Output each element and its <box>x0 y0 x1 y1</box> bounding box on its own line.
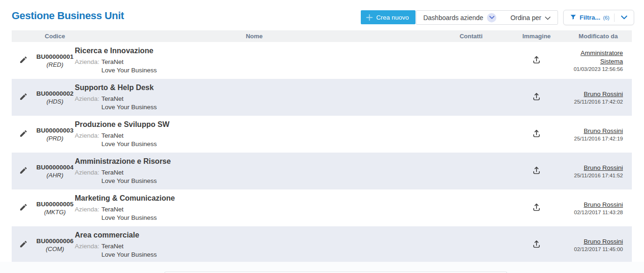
modified-by-link[interactable]: Bruno Rossini <box>584 164 623 171</box>
table-row: BU00000006 (COM) Area commerciale Aziend… <box>12 226 632 263</box>
sort-dropdown[interactable]: Ordina per <box>503 11 558 24</box>
edit-button[interactable] <box>17 127 29 141</box>
bu-name: Produzione e Sviluppo SW <box>75 120 429 129</box>
chevron-down-icon <box>487 13 496 22</box>
company-label: Azienda: <box>75 132 98 140</box>
company-label: Azienda: <box>75 242 98 251</box>
company-tagline: Love Your Business <box>101 103 157 112</box>
modified-by-link[interactable]: Bruno Rossini <box>584 91 623 98</box>
header-immagine: Immagine <box>508 33 565 40</box>
upload-image-button[interactable] <box>530 127 543 141</box>
company-tagline: Love Your Business <box>101 214 157 222</box>
page-header: Gestione Business Unit Crea nuovo Dashbo… <box>0 0 644 30</box>
bu-code: BU00000006 <box>35 237 75 245</box>
chevron-down-icon <box>621 14 627 21</box>
bu-code: BU00000004 <box>35 163 75 171</box>
sort-dropdown-label: Ordina per <box>510 14 541 21</box>
bu-code: BU00000003 <box>35 126 75 134</box>
footer-area <box>0 262 644 273</box>
edit-button[interactable] <box>17 164 29 178</box>
create-new-label: Crea nuovo <box>376 14 409 21</box>
table-header-row: Codice Nome Contatti Immagine Modificato… <box>12 30 632 42</box>
dashboards-dropdown[interactable]: Dashboards aziende <box>416 11 503 24</box>
upload-image-button[interactable] <box>530 164 543 178</box>
modified-by-link[interactable]: Amministratore Sistema <box>580 49 623 65</box>
bu-abbreviation: (AHR) <box>35 171 75 179</box>
header-modificato-da: Modificato da <box>565 33 632 40</box>
edit-button[interactable] <box>17 238 29 252</box>
bu-abbreviation: (PRD) <box>35 134 75 142</box>
bu-name: Supporto & Help Desk <box>75 83 429 92</box>
upload-icon <box>532 166 541 176</box>
modified-timestamp: 01/03/2023 12:56:56 <box>565 66 623 73</box>
company-tagline: Love Your Business <box>101 251 157 259</box>
filter-button[interactable]: Filtra... (6) <box>564 10 614 25</box>
edit-button[interactable] <box>17 91 29 104</box>
pencil-icon <box>19 166 28 176</box>
upload-icon <box>532 203 541 213</box>
plus-icon <box>366 14 373 21</box>
modified-by-link[interactable]: Bruno Rossini <box>584 238 623 245</box>
header-nome: Nome <box>75 33 434 40</box>
upload-icon <box>532 129 541 140</box>
upload-icon <box>532 239 541 250</box>
dropdown-group: Dashboards aziende Ordina per <box>416 10 558 25</box>
upload-image-button[interactable] <box>530 201 543 215</box>
modified-timestamp: 02/12/2017 11:43:28 <box>565 209 623 216</box>
header-codice: Codice <box>35 33 75 40</box>
company-label: Azienda: <box>75 95 98 103</box>
company-tagline: Love Your Business <box>101 66 157 75</box>
bu-name: Marketing & Comunicazione <box>75 194 429 203</box>
edit-button[interactable] <box>17 201 29 215</box>
header-contatti: Contatti <box>434 33 508 40</box>
company-label: Azienda: <box>75 168 98 177</box>
dashboards-dropdown-label: Dashboards aziende <box>423 14 483 21</box>
company-tagline: Love Your Business <box>101 140 157 148</box>
bu-name: Area commerciale <box>75 231 429 240</box>
bu-name: Ricerca e Innovazione <box>75 46 429 56</box>
upload-image-button[interactable] <box>530 53 543 68</box>
bu-abbreviation: (MKTG) <box>35 208 75 216</box>
pencil-icon <box>19 240 28 250</box>
create-new-button[interactable]: Crea nuovo <box>361 10 415 24</box>
company-name: TeraNet <box>101 242 123 251</box>
bu-code: BU00000005 <box>35 200 75 208</box>
pencil-icon <box>19 92 28 102</box>
toolbar: Crea nuovo Dashboards aziende Ordina per <box>361 10 634 25</box>
filter-expand-button[interactable] <box>615 10 634 25</box>
company-tagline: Love Your Business <box>101 177 157 185</box>
bu-abbreviation: (RED) <box>35 61 75 69</box>
edit-button[interactable] <box>17 54 29 67</box>
modified-timestamp: 25/11/2016 17:42:02 <box>565 98 623 105</box>
bu-abbreviation: (COM) <box>35 245 75 253</box>
upload-image-button[interactable] <box>530 90 543 105</box>
bu-abbreviation: (HDS) <box>35 98 75 105</box>
modified-by-link[interactable]: Bruno Rossini <box>584 201 623 208</box>
company-name: TeraNet <box>101 168 123 177</box>
company-name: TeraNet <box>101 58 123 66</box>
chevron-down-icon <box>545 14 551 21</box>
company-name: TeraNet <box>101 95 123 103</box>
modified-timestamp: 25/11/2016 17:42:19 <box>565 135 623 142</box>
pencil-icon <box>19 56 28 65</box>
page-title: Gestione Business Unit <box>12 10 124 22</box>
upload-icon <box>532 92 541 103</box>
company-name: TeraNet <box>101 132 123 140</box>
modified-by-link[interactable]: Bruno Rossini <box>584 127 623 134</box>
business-unit-table: Codice Nome Contatti Immagine Modificato… <box>12 30 632 263</box>
table-row: BU00000001 (RED) Ricerca e Innovazione A… <box>12 42 632 79</box>
pencil-icon <box>19 129 28 139</box>
bu-code: BU00000001 <box>35 53 75 61</box>
table-row: BU00000005 (MKTG) Marketing & Comunicazi… <box>12 189 632 226</box>
funnel-icon <box>570 14 577 22</box>
filter-group: Filtra... (6) <box>563 10 634 25</box>
table-row: BU00000003 (PRD) Produzione e Sviluppo S… <box>12 116 632 153</box>
bu-code: BU00000002 <box>35 90 75 98</box>
upload-icon <box>532 55 541 66</box>
company-name: TeraNet <box>101 205 123 214</box>
upload-image-button[interactable] <box>530 238 543 252</box>
company-label: Azienda: <box>75 205 98 214</box>
pencil-icon <box>19 203 28 213</box>
company-label: Azienda: <box>75 58 98 66</box>
modified-timestamp: 25/11/2016 17:41:52 <box>565 172 623 179</box>
